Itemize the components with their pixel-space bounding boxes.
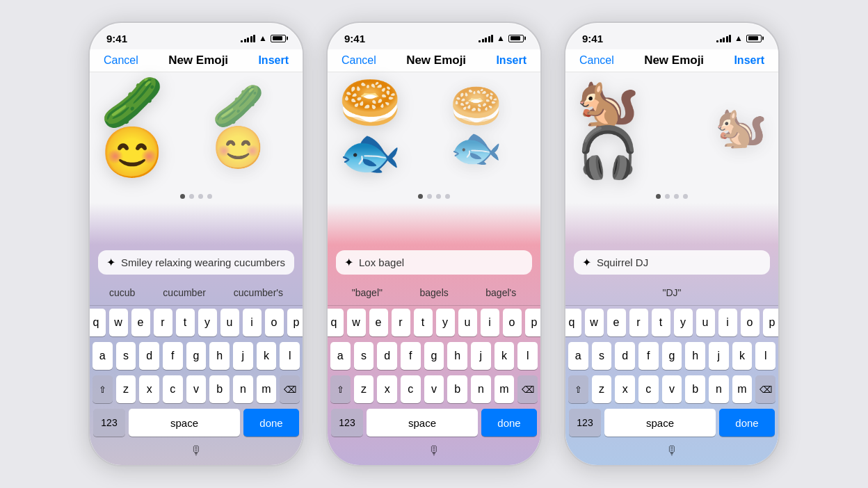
key-w-3[interactable]: w: [585, 309, 604, 336]
key-g-1[interactable]: g: [186, 342, 207, 370]
key-t-1[interactable]: t: [176, 309, 195, 336]
autocomplete-3-0[interactable]: "DJ": [655, 284, 688, 301]
key-o-2[interactable]: o: [503, 309, 522, 336]
key-n-2[interactable]: n: [471, 375, 491, 403]
key-u-2[interactable]: u: [458, 309, 477, 336]
key-y-1[interactable]: y: [198, 309, 217, 336]
key-f-3[interactable]: f: [638, 342, 659, 370]
emoji-primary-3[interactable]: 🐿️🎧: [577, 77, 698, 177]
cancel-button-3[interactable]: Cancel: [579, 54, 614, 67]
insert-button-3[interactable]: Insert: [734, 54, 764, 67]
key-g-3[interactable]: g: [662, 342, 682, 370]
search-bar-1[interactable]: ✦ Smiley relaxing wearing cucumbers: [98, 250, 294, 275]
key-u-3[interactable]: u: [696, 309, 715, 336]
dot-3-3[interactable]: [683, 194, 688, 199]
autocomplete-2-2[interactable]: bagel's: [479, 284, 523, 301]
key-q-2[interactable]: q: [326, 309, 344, 336]
key-m-2[interactable]: m: [495, 375, 515, 403]
done-key-3[interactable]: done: [719, 409, 775, 437]
emoji-secondary-2[interactable]: 🥯🐟: [450, 86, 529, 169]
key-z-3[interactable]: z: [592, 375, 612, 403]
key-e-2[interactable]: e: [369, 309, 388, 336]
mic-icon-2[interactable]: 🎙: [428, 444, 440, 458]
key-i-3[interactable]: i: [718, 309, 737, 336]
key-u-1[interactable]: u: [220, 309, 239, 336]
numbers-key-3[interactable]: 123: [569, 409, 601, 437]
mic-icon-3[interactable]: 🎙: [666, 444, 678, 458]
key-b-2[interactable]: b: [447, 375, 467, 403]
key-o-3[interactable]: o: [741, 309, 760, 336]
insert-button-1[interactable]: Insert: [258, 54, 289, 67]
dot-2-0[interactable]: [418, 194, 423, 199]
key-x-1[interactable]: x: [139, 375, 159, 403]
key-h-3[interactable]: h: [685, 342, 705, 370]
key-a-3[interactable]: a: [568, 342, 588, 370]
key-d-3[interactable]: d: [615, 342, 635, 370]
key-d-2[interactable]: d: [377, 342, 397, 370]
emoji-primary-1[interactable]: 🥒😊: [101, 77, 195, 177]
search-bar-3[interactable]: ✦ Squirrel DJ: [574, 250, 770, 275]
key-x-3[interactable]: x: [615, 375, 635, 403]
key-i-1[interactable]: i: [243, 309, 262, 336]
key-e-1[interactable]: e: [131, 309, 150, 336]
key-t-2[interactable]: t: [414, 309, 433, 336]
key-j-1[interactable]: j: [233, 342, 253, 370]
key-a-1[interactable]: a: [93, 342, 113, 370]
key-i-2[interactable]: i: [481, 309, 499, 336]
dot-3-1[interactable]: [665, 194, 670, 199]
emoji-secondary-1[interactable]: 🥒😊: [212, 86, 291, 169]
numbers-key-2[interactable]: 123: [331, 409, 363, 437]
search-text-3[interactable]: Squirrel DJ: [597, 257, 762, 268]
key-n-3[interactable]: n: [709, 375, 729, 403]
key-m-1[interactable]: m: [257, 375, 277, 403]
cancel-button-2[interactable]: Cancel: [341, 54, 376, 67]
key-c-3[interactable]: c: [638, 375, 659, 403]
dot-1-1[interactable]: [189, 194, 194, 199]
key-n-1[interactable]: n: [233, 375, 253, 403]
key-o-1[interactable]: o: [265, 309, 284, 336]
shift-key-3[interactable]: ⇧: [568, 375, 588, 403]
key-x-2[interactable]: x: [377, 375, 397, 403]
key-r-1[interactable]: r: [154, 309, 172, 336]
backspace-key-3[interactable]: ⌫: [755, 375, 775, 403]
key-r-3[interactable]: r: [629, 309, 648, 336]
key-q-1[interactable]: q: [88, 309, 106, 336]
key-j-2[interactable]: j: [471, 342, 491, 370]
autocomplete-1-2[interactable]: cucumber's: [227, 284, 290, 301]
shift-key-2[interactable]: ⇧: [330, 375, 351, 403]
dot-2-1[interactable]: [427, 194, 432, 199]
key-v-3[interactable]: v: [662, 375, 682, 403]
dot-1-0[interactable]: [180, 194, 185, 199]
key-z-1[interactable]: z: [116, 375, 136, 403]
space-key-1[interactable]: space: [129, 409, 240, 437]
key-h-2[interactable]: h: [447, 342, 467, 370]
key-j-3[interactable]: j: [709, 342, 729, 370]
shift-key-1[interactable]: ⇧: [93, 375, 113, 403]
dot-1-3[interactable]: [207, 194, 212, 199]
key-h-1[interactable]: h: [209, 342, 230, 370]
done-key-2[interactable]: done: [481, 409, 537, 437]
key-l-1[interactable]: l: [280, 342, 300, 370]
key-c-2[interactable]: c: [401, 375, 421, 403]
key-p-2[interactable]: p: [525, 309, 542, 336]
key-k-2[interactable]: k: [495, 342, 515, 370]
key-v-1[interactable]: v: [186, 375, 207, 403]
key-g-2[interactable]: g: [424, 342, 444, 370]
insert-button-2[interactable]: Insert: [496, 54, 527, 67]
key-b-3[interactable]: b: [685, 375, 705, 403]
key-q-3[interactable]: q: [564, 309, 581, 336]
key-e-3[interactable]: e: [607, 309, 626, 336]
space-key-2[interactable]: space: [367, 409, 478, 437]
key-z-2[interactable]: z: [354, 375, 374, 403]
dot-3-0[interactable]: [656, 194, 661, 199]
autocomplete-1-0[interactable]: cucub: [102, 284, 142, 301]
autocomplete-1-1[interactable]: cucumber: [156, 284, 212, 301]
emoji-primary-2[interactable]: 🥯🐟: [339, 77, 433, 177]
key-y-2[interactable]: y: [436, 309, 455, 336]
cancel-button-1[interactable]: Cancel: [104, 54, 138, 67]
key-k-1[interactable]: k: [257, 342, 277, 370]
key-m-3[interactable]: m: [732, 375, 753, 403]
key-w-1[interactable]: w: [109, 309, 128, 336]
search-text-2[interactable]: Lox bagel: [359, 257, 524, 268]
key-s-3[interactable]: s: [592, 342, 612, 370]
